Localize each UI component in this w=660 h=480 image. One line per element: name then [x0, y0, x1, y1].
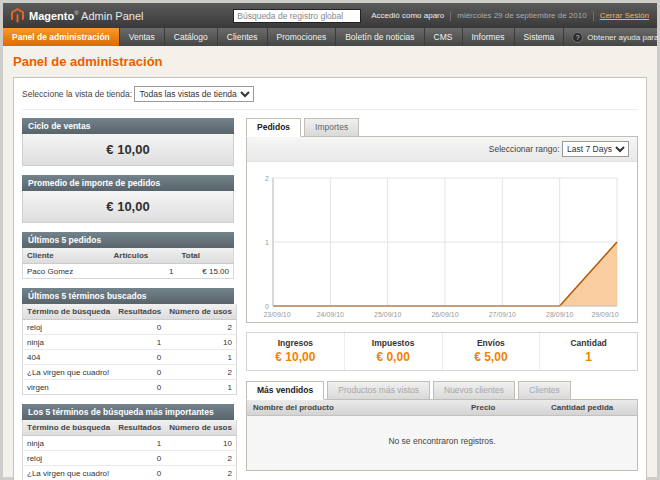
range-select[interactable]: Last 7 Days [562, 141, 629, 157]
cell-results: 0 [114, 350, 165, 365]
magento-logo: Magento® Admin Panel [11, 8, 143, 23]
col-header: Cantidad pedida [545, 400, 637, 416]
col-header: Resultados [114, 420, 165, 436]
cell-uses: 2 [165, 320, 236, 335]
last-search-terms-table: Término de búsqueda Resultados Número de… [22, 304, 237, 395]
svg-text:24/09/10: 24/09/10 [317, 311, 344, 318]
total-value: € 5,00 [447, 350, 536, 364]
nav-item-dashboard[interactable]: Panel de administración [3, 28, 120, 46]
cell-uses: 1 [165, 380, 236, 395]
nav-item-catalogo[interactable]: Catálogo [165, 28, 218, 46]
nav-item-ventas[interactable]: Ventas [120, 28, 165, 46]
cell-uses: 10 [165, 335, 236, 350]
total-tax: Impuestos € 0,00 [344, 333, 442, 370]
cell-uses: 2 [165, 466, 236, 480]
cell-term: reloj [23, 451, 115, 466]
cell-results: 0 [114, 320, 165, 335]
cell-term: reloj [23, 320, 115, 335]
cell-uses: 2 [165, 365, 236, 380]
tab-importes[interactable]: Importes [304, 118, 359, 137]
magento-logo-icon [11, 8, 24, 23]
table-row[interactable]: 404 0 1 [23, 350, 237, 365]
tab-mas-vendidos[interactable]: Más vendidos [246, 381, 324, 400]
nav-item-cms[interactable]: CMS [425, 28, 463, 46]
lifetime-sales-panel: Ciclo de ventas € 10,00 [22, 118, 234, 166]
panel-title: Ciclo de ventas [22, 118, 234, 134]
help-icon: ? [572, 32, 583, 43]
cell-uses: 10 [165, 436, 236, 451]
nav-item-informes[interactable]: Informes [463, 28, 515, 46]
table-row[interactable]: reloj 0 2 [23, 320, 237, 335]
col-header: Resultados [114, 304, 165, 320]
table-row[interactable]: ninja 1 10 [23, 436, 237, 451]
cell-uses: 2 [165, 451, 236, 466]
header-divider [450, 11, 451, 21]
panel-title: Últimos 5 pedidos [22, 232, 234, 248]
cell-results: 1 [114, 335, 165, 350]
cell-items: 1 [110, 264, 178, 279]
lifetime-sales-value: € 10,00 [22, 134, 234, 166]
total-value: 1 [544, 350, 633, 364]
table-row[interactable]: ninja 1 10 [23, 335, 237, 350]
main-nav: Panel de administración Ventas Catálogo … [3, 28, 657, 46]
nav-item-promociones[interactable]: Promociones [268, 28, 337, 46]
svg-text:25/09/10: 25/09/10 [374, 311, 401, 318]
total-value: € 0,00 [349, 350, 438, 364]
cell-term: virgen [23, 380, 115, 395]
tab-clientes[interactable]: Clientes [518, 381, 571, 400]
col-header: Término de búsqueda [23, 304, 115, 320]
store-view-switcher: Seleccione la vista de tienda: Todas las… [22, 86, 638, 110]
panel-title: Los 5 términos de búsqueda más important… [22, 404, 234, 420]
header-divider [593, 11, 594, 21]
cell-term: ¿La virgen que cuadro! [23, 365, 115, 380]
table-row[interactable]: ¿La virgen que cuadro! 0 2 [23, 466, 237, 480]
table-row[interactable]: ¿La virgen que cuadro! 0 2 [23, 365, 237, 380]
logout-link[interactable]: Cerrar Sesión [600, 11, 649, 20]
svg-text:1: 1 [265, 239, 269, 246]
nav-item-boletin[interactable]: Boletín de noticias [336, 28, 424, 46]
tab-productos-mas-vistos[interactable]: Productos más vistos [327, 381, 430, 400]
store-view-select[interactable]: Todas las vistas de tienda [134, 86, 254, 102]
top-search-terms-table: Término de búsqueda Resultados Número de… [22, 420, 237, 480]
average-orders-panel: Promedio de importe de pedidos € 10,00 [22, 175, 234, 223]
table-row[interactable]: Paco Gomez 1 € 15.00 [23, 264, 234, 279]
nav-item-sistema[interactable]: Sistema [515, 28, 565, 46]
logged-in-as: Accedió como aparo [371, 11, 444, 20]
magento-admin-app: Magento® Admin Panel Accedió como aparo … [3, 3, 657, 477]
orders-area-chart: 23/09/1024/09/1025/09/1026/09/1027/09/10… [257, 170, 627, 320]
total-revenue: Ingresos € 10,00 [247, 333, 344, 370]
svg-text:27/09/10: 27/09/10 [489, 311, 516, 318]
table-row[interactable]: reloj 0 2 [23, 451, 237, 466]
global-search-input[interactable] [233, 9, 361, 23]
orders-chart-panel: Seleccionar rango: Last 7 Days 23/09/102… [246, 136, 638, 323]
chart-area: 23/09/1024/09/1025/09/1026/09/1027/09/10… [247, 162, 637, 322]
cell-results: 0 [114, 365, 165, 380]
total-label: Impuestos [349, 338, 438, 348]
tab-nuevos-clientes[interactable]: Nuevos clientes [433, 381, 515, 400]
table-row[interactable]: virgen 0 1 [23, 380, 237, 395]
col-header: Cliente [23, 248, 110, 264]
empty-records-message: No se encontraron registros. [247, 416, 637, 471]
products-panel: Nombre del producto Precio Cantidad pedi… [246, 399, 638, 471]
svg-text:2: 2 [265, 175, 269, 182]
cell-results: 0 [114, 466, 165, 480]
svg-text:23/09/10: 23/09/10 [263, 311, 290, 318]
total-quantity: Cantidad 1 [539, 333, 637, 370]
last-orders-table: Cliente Artículos Total Paco Gomez 1 € 1… [22, 248, 234, 279]
get-help-link[interactable]: ? Obtener ayuda para esta página [564, 28, 660, 46]
cell-term: ninja [23, 335, 115, 350]
svg-text:29/09/10: 29/09/10 [591, 311, 618, 318]
nav-item-clientes[interactable]: Clientes [218, 28, 268, 46]
tab-pedidos[interactable]: Pedidos [246, 118, 301, 137]
total-value: € 10,00 [251, 350, 340, 364]
cell-results: 0 [114, 380, 165, 395]
total-shipping: Envíos € 5,00 [442, 333, 540, 370]
svg-text:26/09/10: 26/09/10 [431, 311, 458, 318]
cell-term: ¿La virgen que cuadro! [23, 466, 115, 480]
cell-customer: Paco Gomez [23, 264, 110, 279]
store-view-label: Seleccione la vista de tienda: [22, 89, 132, 99]
range-bar: Seleccionar rango: Last 7 Days [247, 137, 637, 162]
range-label: Seleccionar rango: [489, 144, 560, 154]
cell-total: € 15.00 [177, 264, 233, 279]
products-table: Nombre del producto Precio Cantidad pedi… [247, 400, 637, 470]
